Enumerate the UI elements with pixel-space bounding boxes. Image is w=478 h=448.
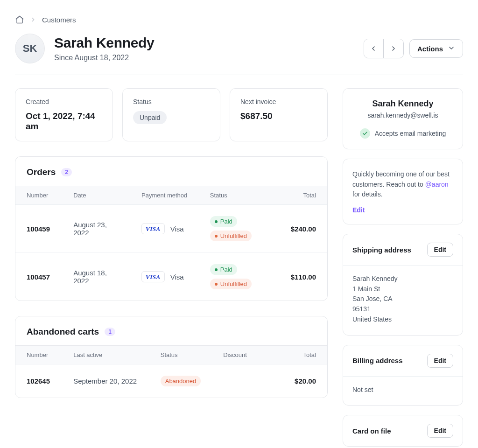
order-number: 100457 bbox=[15, 253, 62, 301]
table-row[interactable]: 100459 August 23, 2022 VISA Visa Pai bbox=[15, 205, 327, 253]
order-date: August 23, 2022 bbox=[62, 205, 130, 253]
stat-status: Status Unpaid bbox=[122, 88, 220, 141]
page-title: Sarah Kennedy bbox=[54, 35, 155, 51]
chevron-down-icon bbox=[448, 44, 455, 53]
orders-table: Number Date Payment method Status Total … bbox=[15, 186, 327, 301]
order-total: $110.00 bbox=[280, 253, 327, 301]
col-discount: Discount bbox=[212, 346, 281, 364]
status-badge-paid: Paid bbox=[210, 216, 237, 227]
orders-title: Orders bbox=[27, 167, 56, 177]
visa-icon: VISA bbox=[141, 223, 165, 234]
stat-label: Created bbox=[26, 98, 102, 105]
note-card: Quickly becoming one of our best custome… bbox=[343, 159, 463, 224]
cardonfile-card: Card on file Edit bbox=[343, 415, 463, 447]
stat-label: Status bbox=[133, 98, 210, 105]
cardonfile-edit-button[interactable]: Edit bbox=[427, 424, 453, 438]
stat-label: Next invoice bbox=[240, 98, 317, 105]
col-number: Number bbox=[15, 186, 62, 205]
breadcrumb-customers[interactable]: Customers bbox=[42, 16, 76, 24]
order-number: 100459 bbox=[15, 205, 62, 253]
cart-total: $20.00 bbox=[281, 364, 327, 398]
order-total: $240.00 bbox=[280, 205, 327, 253]
breadcrumb: Customers bbox=[15, 15, 463, 24]
col-total: Total bbox=[280, 186, 327, 205]
record-pager bbox=[364, 39, 404, 58]
order-date: August 18, 2022 bbox=[62, 253, 130, 301]
col-payment-method: Payment method bbox=[130, 186, 199, 205]
status-pill: Unpaid bbox=[133, 111, 167, 124]
col-status: Status bbox=[149, 346, 212, 364]
status-badge-unfulfilled: Unfulfilled bbox=[210, 279, 252, 289]
cart-last-active: September 20, 2022 bbox=[62, 364, 149, 398]
billing-edit-button[interactable]: Edit bbox=[427, 354, 453, 368]
payment-method-label: Visa bbox=[170, 225, 184, 233]
stat-value: Oct 1, 2022, 7:44 am bbox=[26, 111, 102, 132]
cart-discount: — bbox=[212, 364, 281, 398]
col-status: Status bbox=[199, 186, 280, 205]
carts-table: Number Last active Status Discount Total… bbox=[15, 345, 327, 398]
orders-panel: Orders 2 Number Date Payment method Stat… bbox=[15, 156, 328, 301]
orders-count-badge: 2 bbox=[61, 168, 72, 176]
cardonfile-title: Card on file bbox=[352, 427, 391, 435]
shipping-title: Shipping address bbox=[352, 246, 411, 254]
billing-card: Billing address Edit Not set bbox=[343, 345, 463, 406]
col-total: Total bbox=[281, 346, 327, 364]
carts-count-badge: 1 bbox=[105, 328, 115, 336]
stat-value: $687.50 bbox=[240, 111, 317, 121]
chevron-right-icon bbox=[30, 16, 36, 23]
customer-note: Quickly becoming one of our best custome… bbox=[352, 169, 453, 200]
carts-panel: Abandoned carts 1 Number Last active Sta… bbox=[15, 316, 328, 398]
billing-value: Not set bbox=[343, 377, 463, 406]
stat-created: Created Oct 1, 2022, 7:44 am bbox=[15, 88, 113, 141]
profile-email[interactable]: sarah.kennedy@swell.is bbox=[352, 112, 453, 119]
col-date: Date bbox=[62, 186, 130, 205]
carts-title: Abandoned carts bbox=[27, 327, 99, 337]
mention-link[interactable]: @aaron bbox=[425, 181, 449, 188]
shipping-card: Shipping address Edit Sarah Kennedy 1 Ma… bbox=[343, 234, 463, 335]
note-edit-link[interactable]: Edit bbox=[352, 206, 453, 214]
accepts-marketing: Accepts email marketing bbox=[352, 128, 453, 139]
home-icon[interactable] bbox=[15, 15, 24, 24]
visa-icon: VISA bbox=[141, 271, 165, 282]
table-row[interactable]: 102645 September 20, 2022 Abandoned — $2… bbox=[15, 364, 327, 398]
status-badge-unfulfilled: Unfulfilled bbox=[210, 231, 252, 241]
col-number: Number bbox=[15, 346, 62, 364]
shipping-edit-button[interactable]: Edit bbox=[427, 243, 453, 257]
cart-number: 102645 bbox=[15, 364, 62, 398]
billing-title: Billing address bbox=[352, 357, 403, 364]
status-badge-paid: Paid bbox=[210, 264, 237, 275]
stat-next-invoice: Next invoice $687.50 bbox=[230, 88, 328, 141]
col-last-active: Last active bbox=[62, 346, 149, 364]
payment-method-label: Visa bbox=[170, 273, 184, 281]
page-header: SK Sarah Kennedy Since August 18, 2022 A… bbox=[15, 34, 463, 75]
avatar: SK bbox=[15, 34, 45, 63]
status-badge-abandoned: Abandoned bbox=[161, 376, 201, 386]
table-row[interactable]: 100457 August 18, 2022 VISA Visa Pai bbox=[15, 253, 327, 301]
actions-label: Actions bbox=[417, 45, 443, 53]
customer-since: Since August 18, 2022 bbox=[54, 54, 155, 62]
prev-record-button[interactable] bbox=[364, 39, 384, 58]
profile-name: Sarah Kennedy bbox=[352, 99, 453, 109]
next-record-button[interactable] bbox=[384, 39, 403, 58]
profile-card: Sarah Kennedy sarah.kennedy@swell.is Acc… bbox=[343, 88, 463, 149]
actions-button[interactable]: Actions bbox=[409, 39, 463, 58]
check-icon bbox=[360, 128, 370, 139]
shipping-address: Sarah Kennedy 1 Main St San Jose, CA 951… bbox=[343, 266, 463, 335]
